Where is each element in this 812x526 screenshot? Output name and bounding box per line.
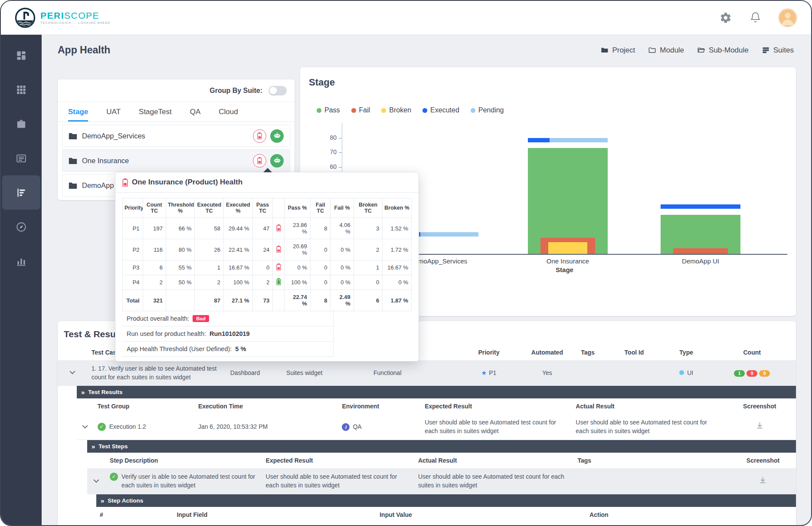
run-label: Run used for product health: [127,330,206,337]
breadcrumb-submodule[interactable]: Sub-Module [697,46,749,55]
ui-type-dot-icon [679,370,684,375]
expected-result-cell: User should able to see Automated test c… [262,468,415,494]
expected-result-cell: User should able to see Automated test c… [421,414,572,440]
compass-icon [16,221,27,233]
run-value: Run10102019 [210,330,250,337]
breadcrumb-module[interactable]: Module [648,46,684,55]
notifications-bell-icon[interactable] [749,11,762,24]
bot-run-icon[interactable] [270,154,284,168]
collapse-icon: » [101,497,104,504]
app-window: PERISCOPE TECHNOLOGIES ... LOOKING AHEAD [0,0,812,526]
health-cell-fail_tc: 0 [310,260,331,275]
column-header: Environment [338,398,421,414]
column-header: Expected Result [262,453,415,468]
threshold-row: App Health Threshold (User Defined): 5 % [122,342,333,357]
health-cell-threshold [166,290,195,311]
suite-row-one-insurance[interactable]: One Insurance [62,149,290,172]
health-cell-fail_pct: 0 % [331,275,354,290]
breadcrumb-label: Sub-Module [709,46,749,55]
health-cell-fail_pct: 4.06 % [331,218,354,239]
folder-open-icon [697,46,705,54]
health-cell-pass_tc: 24 [252,239,273,260]
step-actions-section-bar[interactable]: »Step Actions [96,494,796,507]
sidebar-item-reports[interactable] [2,141,40,175]
test-results-section-bar[interactable]: »Test Results [77,386,796,398]
sidebar-item-explore[interactable] [2,210,40,244]
newspaper-icon [16,153,27,164]
user-avatar[interactable] [778,8,797,27]
type-cell: UI [665,360,708,386]
column-header: Tags [574,453,730,468]
health-cell-fail_tc: 8 [310,218,331,239]
sidebar-item-analytics-active[interactable] [2,175,40,210]
tab-stage[interactable]: Stage [68,102,88,122]
expand-chevron-icon[interactable] [69,371,76,375]
tab-uat[interactable]: UAT [106,102,121,122]
sidebar-item-charts[interactable] [2,244,40,278]
tab-cloud[interactable]: Cloud [219,102,238,122]
page-title: App Health [58,44,110,56]
battery-icon [122,178,128,187]
sidebar-item-apps[interactable] [2,72,40,107]
download-screenshot-icon[interactable] [756,422,763,429]
environment-tabs: Stage UAT StageTest QA Cloud [58,102,295,122]
column-header [273,198,285,218]
breadcrumb-suites[interactable]: Suites [762,46,794,55]
tab-qa[interactable]: QA [190,102,201,122]
health-cell-count: 2 [143,275,166,290]
bar-executed [661,204,740,209]
health-table-header-row: PriorityCount TCThreshold %Executed TCEx… [123,198,412,218]
folder-icon [69,157,77,164]
health-cell-pass_tc: 73 [252,290,273,311]
settings-gear-icon[interactable] [719,11,732,24]
suite-name-cell: Functional [370,360,461,386]
sidebar-item-dashboard[interactable] [2,38,40,72]
health-cell-pass_pct: 20.69 % [284,239,310,260]
test-steps-section-bar[interactable]: »Test Steps [87,440,796,453]
bar-broken [548,242,587,254]
run-used-row: Run used for product health: Run10102019 [122,326,333,342]
collapse-icon: » [92,443,95,450]
bar-chart-icon [16,256,27,267]
bot-run-icon[interactable] [270,129,284,143]
breadcrumb-project[interactable]: Project [600,46,635,55]
execution-row: ✓Execution 1.2 Jan 6, 2020, 10:53:32 PM … [77,414,796,440]
health-battery-icon[interactable] [253,129,266,143]
breadcrumb-label: Module [660,46,684,55]
toggle-knob [269,87,277,95]
health-cell-pass_tc: 0 [252,260,273,275]
download-screenshot-icon[interactable] [759,477,766,484]
health-cell-executed_pct: 100 % [224,275,253,290]
dashboard-icon [16,50,27,61]
health-table-row: P3655 %116.67 %00 %00 %116.67 % [123,260,412,275]
expand-chevron-icon[interactable] [82,425,89,429]
breadcrumb-label: Suites [773,46,794,55]
tab-stagetest[interactable]: StageTest [139,102,172,122]
health-cell-executed_tc: 2 [195,275,224,290]
expand-chevron-icon[interactable] [93,479,100,483]
actual-result-cell: User should able to see Automated test c… [572,414,723,440]
step-row: ✓Verify user is able to see Automated te… [87,468,796,494]
periscope-logo-icon [15,7,36,28]
group-by-suite-toggle[interactable] [268,86,287,95]
column-header: Broken TC [354,198,383,218]
column-header: Action [586,507,796,523]
health-cell-broken_tc: 0 [354,275,383,290]
test-steps-table: Step DescriptionExpected ResultActual Re… [87,453,796,494]
health-battery-icon[interactable] [253,154,266,168]
health-cell-count: 321 [143,290,166,311]
count-cell: 100 [708,360,796,386]
health-cell-priority: P4 [123,275,143,290]
bar-fail [673,248,728,254]
health-cell-battery [273,218,285,239]
health-cell-broken_pct: 1.52 % [383,218,412,239]
bar-pending [420,232,478,237]
brand: PERISCOPE TECHNOLOGIES ... LOOKING AHEAD [15,7,111,28]
brand-tagline: TECHNOLOGIES ... LOOKING AHEAD [40,21,111,24]
suite-row-demoapp-services[interactable]: DemoApp_Services [62,125,290,147]
health-cell-executed_pct: 27.1 % [224,290,253,311]
column-header: Pass TC [252,198,273,218]
info-icon: i [342,423,350,431]
x-axis-label: DemoApp UI [661,257,740,265]
sidebar-item-projects[interactable] [2,107,40,141]
